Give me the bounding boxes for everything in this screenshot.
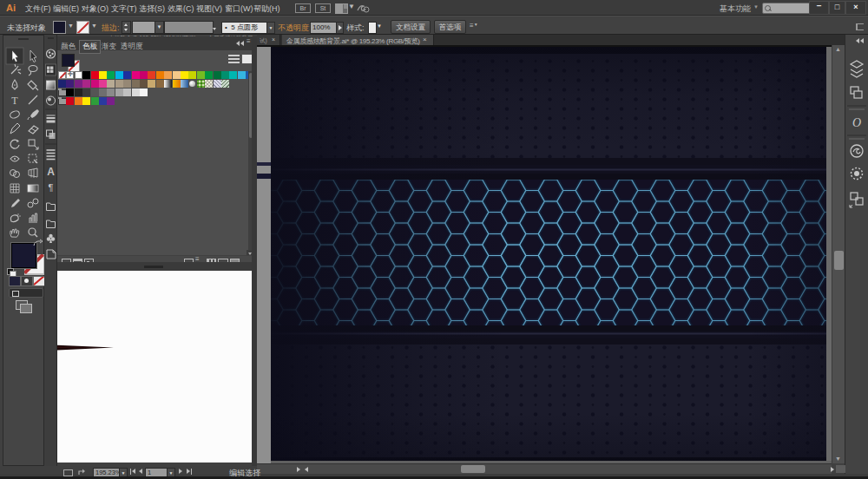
svg-text:A: A bbox=[47, 166, 55, 178]
svg-text:T: T bbox=[11, 95, 18, 107]
svg-text:¶: ¶ bbox=[49, 182, 54, 193]
svg-text:O: O bbox=[852, 116, 861, 129]
